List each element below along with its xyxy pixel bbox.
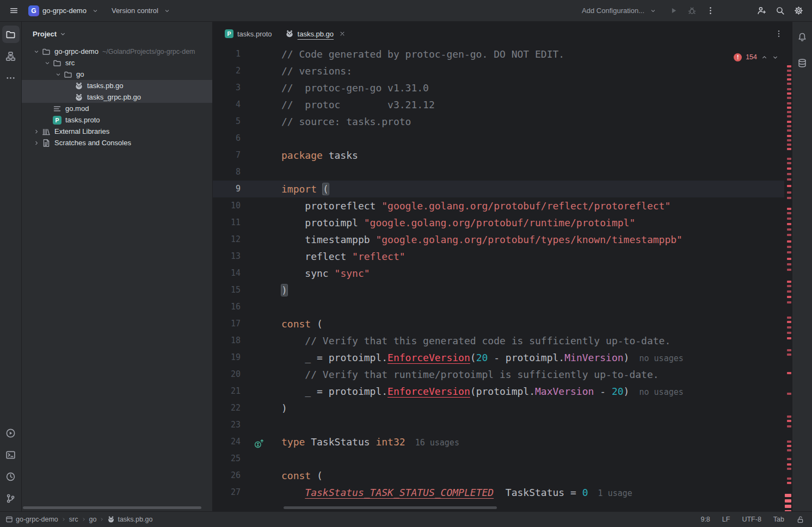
code-line-26[interactable]: 26const (: [213, 467, 784, 484]
code-line-2[interactable]: 2// versions:: [213, 63, 784, 79]
error-stripe-mark[interactable]: [787, 321, 791, 323]
tree-item-go[interactable]: go: [22, 69, 212, 80]
settings-gear-icon[interactable]: [790, 3, 807, 19]
inspections-widget[interactable]: ! 154: [734, 49, 779, 66]
error-stripe-mark[interactable]: [787, 228, 791, 231]
error-stripe-mark[interactable]: [787, 83, 791, 85]
code-line-19[interactable]: 19 _ = protoimpl.EnforceVersion(20 - pro…: [213, 349, 784, 366]
project-toolwindow-icon[interactable]: [2, 26, 20, 43]
error-stripe-mark[interactable]: [787, 420, 791, 422]
more-toolwindows-icon[interactable]: [2, 69, 20, 86]
tab-tasks-proto[interactable]: P tasks.proto: [218, 22, 279, 46]
run-configuration-selector[interactable]: Add Configuration...: [577, 4, 663, 17]
history-clock-icon[interactable]: [2, 468, 20, 485]
code-line-20[interactable]: 20 // Verify that runtime/protoimpl is s…: [213, 366, 784, 383]
code-line-15[interactable]: 15): [213, 282, 784, 299]
error-stripe-mark[interactable]: [787, 102, 791, 104]
hamburger-menu-icon[interactable]: [5, 3, 22, 19]
error-stripe-mark[interactable]: [787, 185, 791, 187]
error-stripe-mark[interactable]: [787, 88, 791, 90]
git-branch-icon[interactable]: [2, 489, 20, 507]
project-panel-header[interactable]: Project: [22, 22, 212, 46]
breadcrumb-src[interactable]: src: [69, 516, 78, 523]
tree-item-tasks-pb-go[interactable]: tasks.pb.go: [22, 80, 212, 91]
error-stripe-mark[interactable]: [787, 173, 791, 175]
error-stripe-mark[interactable]: [787, 158, 791, 160]
code-line-10[interactable]: 10 protoreflect "google.golang.org/proto…: [213, 197, 784, 214]
run-toolwindow-icon[interactable]: [2, 424, 20, 442]
error-stripe-mark[interactable]: [787, 223, 791, 225]
breadcrumb-file[interactable]: tasks.pb.go: [118, 516, 152, 523]
error-stripe-mark[interactable]: [787, 212, 791, 214]
error-stripe-mark[interactable]: [787, 468, 791, 470]
error-stripe-mark[interactable]: [787, 416, 791, 418]
error-stripe-mark[interactable]: [787, 425, 791, 427]
chevron-right-icon[interactable]: [31, 140, 42, 146]
error-stripe-mark[interactable]: [787, 332, 791, 334]
chevron-down-icon[interactable]: [53, 71, 64, 78]
error-stripe-mark[interactable]: [787, 269, 791, 271]
code-line-3[interactable]: 3// protoc-gen-go v1.31.0: [213, 79, 784, 96]
error-stripe-mark[interactable]: [787, 301, 791, 303]
line-separator-widget[interactable]: LF: [722, 516, 730, 523]
project-horizontal-scrollbar[interactable]: [23, 506, 201, 509]
code-editor[interactable]: 1// Code generated by protoc-gen-go. DO …: [213, 46, 792, 511]
error-stripe-mark[interactable]: [787, 218, 791, 220]
database-icon[interactable]: [793, 54, 811, 72]
error-stripe-mark[interactable]: [787, 449, 791, 451]
code-line-11[interactable]: 11 protoimpl "google.golang.org/protobuf…: [213, 214, 784, 231]
error-stripe-mark[interactable]: [787, 463, 791, 466]
code-line-8[interactable]: 8: [213, 164, 784, 181]
error-stripe-mark[interactable]: [787, 74, 791, 76]
code-line-9[interactable]: 9import (: [213, 181, 784, 197]
code-line-21[interactable]: 21 _ = protoimpl.EnforceVersion(protoimp…: [213, 383, 784, 400]
error-stripe-mark[interactable]: [787, 441, 791, 443]
tree-item-scratches-and-consoles[interactable]: Scratches and Consoles: [22, 137, 212, 148]
tab-tasks-pb-go[interactable]: tasks.pb.go: [279, 22, 353, 46]
error-stripe-mark[interactable]: [787, 482, 791, 484]
error-stripe-mark[interactable]: [787, 296, 791, 298]
error-stripe-mark[interactable]: [787, 144, 791, 146]
error-stripe-mark[interactable]: [787, 372, 791, 374]
indent-widget[interactable]: Tab: [773, 516, 784, 523]
error-stripe-mark[interactable]: [787, 478, 791, 480]
code-line-4[interactable]: 4// protoc v3.21.12: [213, 96, 784, 113]
more-actions-kebab-icon[interactable]: [702, 3, 718, 19]
chevron-right-icon[interactable]: [31, 128, 42, 135]
error-stripe-mark[interactable]: [787, 70, 791, 72]
tree-item-external-libraries[interactable]: External Libraries: [22, 126, 212, 137]
error-stripe-mark[interactable]: [787, 125, 791, 127]
error-stripe-mark[interactable]: [787, 129, 791, 132]
error-stripe-mark[interactable]: [787, 349, 791, 351]
error-stripe-mark[interactable]: [787, 65, 791, 67]
error-stripe-mark[interactable]: [787, 458, 791, 460]
tab-options-kebab-icon[interactable]: [774, 29, 783, 38]
error-stripe-mark[interactable]: [787, 111, 791, 113]
error-stripe-mark[interactable]: [787, 107, 791, 109]
error-stripe-mark[interactable]: [785, 494, 791, 497]
error-stripe-mark[interactable]: [787, 246, 791, 248]
close-icon[interactable]: [339, 30, 346, 37]
error-stripe-mark[interactable]: [787, 97, 791, 99]
error-stripe-mark[interactable]: [787, 251, 791, 253]
error-stripe-mark[interactable]: [787, 285, 791, 287]
code-line-27[interactable]: 27 TaskStatus_TASK_STATUS_COMPLETED Task…: [213, 484, 784, 501]
code-line-14[interactable]: 14 sync "sync": [213, 265, 784, 282]
next-problem-chevron-down-icon[interactable]: [772, 54, 779, 61]
error-stripe-mark[interactable]: [787, 121, 791, 123]
error-stripe-mark[interactable]: [787, 178, 791, 181]
code-line-17[interactable]: 17const (: [213, 315, 784, 332]
error-stripe-mark[interactable]: [787, 197, 791, 199]
tree-item-src[interactable]: src: [22, 57, 212, 69]
code-line-7[interactable]: 7package tasks: [213, 147, 784, 164]
code-line-23[interactable]: 23: [213, 417, 784, 433]
error-stripe-mark[interactable]: [787, 135, 791, 137]
code-line-12[interactable]: 12 timestamppb "google.golang.org/protob…: [213, 231, 784, 248]
previous-problem-chevron-up-icon[interactable]: [761, 54, 768, 61]
debug-icon[interactable]: [684, 3, 700, 19]
code-line-18[interactable]: 18 // Verify that this generated code is…: [213, 332, 784, 349]
run-icon[interactable]: [665, 3, 681, 19]
code-line-5[interactable]: 5// source: tasks.proto: [213, 113, 784, 130]
project-widget[interactable]: G go-grpc-demo: [24, 3, 105, 18]
caret-position-widget[interactable]: 9:8: [700, 516, 710, 523]
